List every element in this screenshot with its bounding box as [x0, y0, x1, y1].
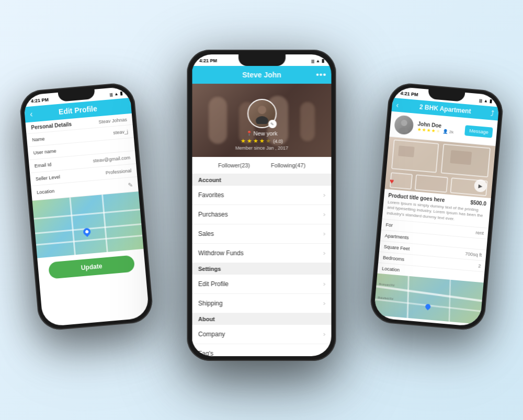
- map-road-v1: [70, 197, 76, 255]
- settings-section-header: Settings: [192, 263, 332, 275]
- message-button[interactable]: Message: [465, 125, 493, 138]
- apartment-image: ♥ ▶: [385, 137, 496, 198]
- detail-value-bedrooms: 2: [478, 264, 481, 269]
- field-value-seller: Professional: [106, 168, 132, 175]
- user-star-2: ★: [422, 127, 426, 132]
- star-3: ★: [253, 138, 258, 144]
- right-phone: 4:21 PM ||| ▲ ▮ ‹ 2 BHK Apartment ⤴: [369, 82, 504, 331]
- menu-item-favorites[interactable]: Favorites ›: [192, 186, 332, 205]
- avatar-edit-icon[interactable]: ✎: [268, 120, 276, 128]
- map-grid: [32, 191, 144, 258]
- wifi-icon-r: ▲: [484, 98, 488, 104]
- personal-details-label: Personal Details: [31, 121, 72, 131]
- update-button[interactable]: Update: [48, 255, 135, 279]
- member-since: Member since Jan , 2017: [235, 145, 288, 151]
- chevron-sales: ›: [323, 230, 325, 237]
- menu-label-withdraw: Withdrow Funds: [198, 249, 244, 257]
- status-icons-center: ||| ▲ ▮: [311, 58, 324, 63]
- chevron-faqs: ›: [323, 350, 325, 356]
- field-label-email: Email Id: [34, 162, 51, 169]
- svg-line-14: [447, 280, 453, 322]
- detail-label-location: Location: [382, 266, 400, 273]
- user-avatar-svg: [396, 117, 412, 133]
- time-center: 4:21 PM: [199, 58, 217, 63]
- star-1: ★: [241, 138, 246, 144]
- svg-point-0: [257, 106, 266, 114]
- chevron-shipping: ›: [323, 300, 325, 307]
- signal-icon-c: |||: [311, 59, 314, 63]
- following-count[interactable]: Following(47): [271, 162, 305, 168]
- chevron-favorites: ›: [323, 191, 325, 199]
- menu-label-edit-profile: Edit Profile: [198, 280, 229, 288]
- account-section-header: Account: [192, 174, 332, 186]
- apartment-title: 2 BHK Apartment: [419, 103, 471, 115]
- small-map-svg: Bromyard Rd Blakefield Rd: [373, 274, 483, 324]
- product-price: $500.0: [470, 200, 486, 207]
- star-5: ★: [266, 138, 271, 144]
- rating-text: (4.0): [273, 139, 283, 144]
- chevron-edit-profile: ›: [323, 280, 325, 288]
- location-label: Location: [37, 188, 55, 197]
- header-title-center: Steve John: [242, 71, 281, 79]
- back-button-left[interactable]: ‹: [29, 109, 33, 119]
- edit-icon[interactable]: ✎: [128, 181, 133, 189]
- menu-item-company[interactable]: Company ›: [192, 325, 332, 344]
- time-right: 4:21 PM: [400, 90, 418, 97]
- notch-center: [238, 54, 285, 66]
- detail-value-location: [480, 275, 480, 280]
- field-label-seller: Seller Level: [36, 174, 61, 181]
- location-pin-icon: 📍: [246, 131, 252, 136]
- location-text: New york: [253, 130, 277, 137]
- svg-point-1: [255, 116, 268, 124]
- detail-label-sqft: Square Feet: [383, 244, 410, 252]
- signal-icon-r: |||: [479, 98, 482, 102]
- svg-point-3: [399, 127, 408, 133]
- star-2: ★: [247, 138, 252, 144]
- detail-value-apartments: [483, 242, 483, 247]
- battery-icon-c: ▮: [322, 58, 324, 63]
- map-road-h1: [34, 209, 140, 220]
- field-label-name: Name: [32, 136, 45, 142]
- about-section-header: About: [192, 313, 332, 325]
- profile-location: 📍 New york: [246, 130, 277, 137]
- user-star-1: ★: [417, 127, 422, 132]
- field-value-email: steav@gmail.com: [93, 155, 130, 163]
- user-star-4: ★: [431, 128, 436, 133]
- map-road-v2: [101, 195, 108, 252]
- more-button[interactable]: •••: [316, 70, 326, 80]
- field-value-name: steav_j: [113, 129, 128, 135]
- menu-item-edit-profile[interactable]: Edit Profile ›: [192, 275, 332, 294]
- heart-icon[interactable]: ♥: [389, 177, 394, 186]
- menu-label-sales: Sales: [198, 230, 214, 237]
- menu-item-faqs[interactable]: Faq's ›: [192, 344, 332, 356]
- back-button-right[interactable]: ‹: [396, 101, 399, 109]
- field-label-username: User name: [33, 149, 56, 156]
- user-info: John Doe ★ ★ ★ ★ ★ 👤 2k: [417, 121, 461, 135]
- profile-header: Steve John •••: [192, 66, 332, 84]
- chevron-purchases: ›: [323, 211, 325, 218]
- rating-row: ★ ★ ★ ★ ★ (4.0): [241, 138, 283, 144]
- follower-count[interactable]: Follower(23): [218, 162, 249, 168]
- star-4: ★: [259, 138, 265, 144]
- svg-rect-9: [398, 145, 415, 157]
- share-button[interactable]: ⤴: [490, 109, 494, 118]
- menu-item-shipping[interactable]: Shipping ›: [192, 294, 332, 313]
- menu-label-favorites: Favorites: [198, 191, 224, 199]
- menu-item-sales[interactable]: Sales ›: [192, 224, 332, 244]
- chevron-company: ›: [323, 331, 325, 338]
- wifi-icon: ▲: [114, 91, 119, 96]
- menu-item-withdraw[interactable]: Withdrow Funds ›: [192, 244, 332, 263]
- menu-label-shipping: Shipping: [198, 300, 223, 307]
- detail-label-bedrooms: Bedrooms: [383, 255, 405, 263]
- menu-label-faqs: Faq's: [198, 350, 213, 356]
- profile-avatar-wrap: ✎: [247, 99, 276, 128]
- detail-label-for: For: [385, 222, 393, 228]
- user-star-5: ★: [436, 128, 440, 134]
- left-phone: 4:21 PM ||| ▲ ▮ ‹ Edit Profile Personal …: [18, 82, 154, 331]
- svg-point-2: [401, 119, 407, 126]
- menu-item-purchases[interactable]: Purchases ›: [192, 205, 332, 224]
- svg-rect-10: [450, 150, 472, 165]
- menu-label-purchases: Purchases: [198, 211, 228, 218]
- phones-container: 4:21 PM ||| ▲ ▮ ‹ Edit Profile Personal …: [0, 0, 523, 420]
- user-star-3: ★: [426, 127, 431, 133]
